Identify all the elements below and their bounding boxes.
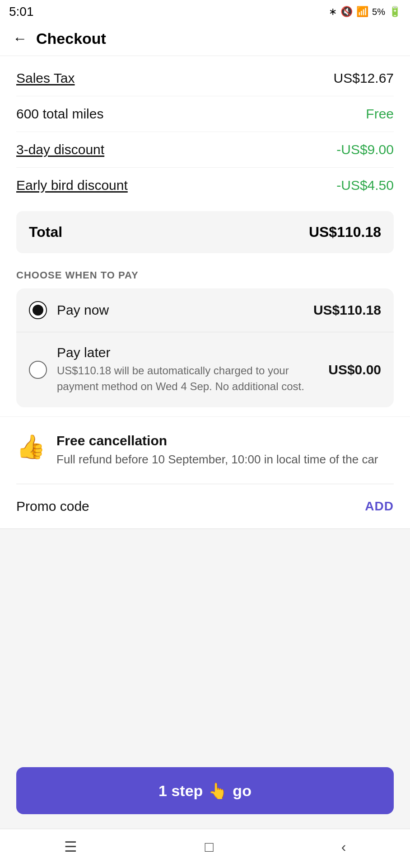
cta-label: 1 step: [158, 782, 203, 800]
nav-back-icon[interactable]: ‹: [341, 839, 346, 855]
cta-container: 1 step 👆 go: [0, 756, 410, 829]
battery-indicator: 5%: [372, 7, 385, 17]
cta-button[interactable]: 1 step 👆 go: [16, 767, 394, 814]
nav-home-icon[interactable]: □: [205, 839, 214, 855]
status-icons: ∗ 🔇 📶 5% 🔋: [329, 6, 401, 18]
free-cancellation-section: 👍 Free cancellation Full refund before 1…: [0, 416, 410, 484]
cancellation-title: Free cancellation: [56, 433, 378, 448]
choose-when-to-pay-header: CHOOSE WHEN TO PAY: [0, 253, 410, 288]
pay-later-content: Pay later US$110.18 will be automaticall…: [57, 345, 319, 395]
price-row-early-bird: Early bird discount -US$4.50: [16, 168, 394, 203]
3day-discount-value: -US$9.00: [336, 142, 394, 157]
payment-options-card: Pay now US$110.18 Pay later US$110.18 wi…: [16, 288, 394, 407]
pay-later-amount: US$0.00: [328, 362, 381, 377]
price-list: Sales Tax US$12.67 600 total miles Free …: [0, 56, 410, 203]
pay-now-radio-inner: [33, 305, 43, 316]
pay-now-label: Pay now: [57, 302, 109, 317]
back-button[interactable]: ←: [13, 30, 27, 47]
sales-tax-value: US$12.67: [334, 71, 394, 86]
pay-now-option[interactable]: Pay now US$110.18: [16, 288, 394, 332]
sales-tax-label[interactable]: Sales Tax: [16, 71, 75, 86]
total-value: US$110.18: [309, 224, 381, 241]
pay-later-option[interactable]: Pay later US$110.18 will be automaticall…: [16, 332, 394, 407]
miles-label: 600 total miles: [16, 106, 103, 122]
pay-now-amount: US$110.18: [313, 302, 381, 318]
price-row-sales-tax: Sales Tax US$12.67: [16, 61, 394, 96]
page-title: Checkout: [36, 30, 106, 47]
early-bird-value: -US$4.50: [336, 178, 394, 193]
header: ← Checkout: [0, 22, 410, 56]
status-time: 5:01: [9, 5, 34, 19]
total-box: Total US$110.18: [16, 211, 394, 253]
battery-icon: 🔋: [389, 6, 401, 18]
pay-later-label: Pay later: [57, 345, 110, 360]
early-bird-label[interactable]: Early bird discount: [16, 178, 128, 193]
pay-now-radio[interactable]: [29, 301, 47, 319]
pay-now-content: Pay now: [57, 302, 304, 318]
spacer: [0, 529, 410, 756]
bluetooth-icon: ∗: [329, 6, 337, 18]
hand-icon: 👆: [208, 782, 227, 800]
cancellation-content: Free cancellation Full refund before 10 …: [56, 433, 378, 467]
thumbs-up-icon: 👍: [16, 433, 46, 461]
status-bar: 5:01 ∗ 🔇 📶 5% 🔋: [0, 0, 410, 22]
wifi-icon: 📶: [356, 6, 368, 18]
bottom-nav: ☰ □ ‹: [0, 829, 410, 868]
price-row-3day-discount: 3-day discount -US$9.00: [16, 132, 394, 168]
promo-code-label: Promo code: [16, 499, 89, 514]
total-label: Total: [29, 224, 62, 241]
cta-suffix: go: [233, 782, 252, 800]
price-row-miles: 600 total miles Free: [16, 96, 394, 132]
nav-menu-icon[interactable]: ☰: [64, 838, 77, 855]
miles-value: Free: [366, 106, 394, 122]
pay-later-desc: US$110.18 will be automatically charged …: [57, 363, 319, 395]
silent-icon: 🔇: [340, 6, 353, 18]
3day-discount-label[interactable]: 3-day discount: [16, 142, 104, 157]
pay-later-radio[interactable]: [29, 361, 47, 379]
promo-add-button[interactable]: ADD: [365, 499, 394, 514]
promo-code-row: Promo code ADD: [0, 484, 410, 529]
cancellation-desc: Full refund before 10 September, 10:00 i…: [56, 451, 378, 467]
